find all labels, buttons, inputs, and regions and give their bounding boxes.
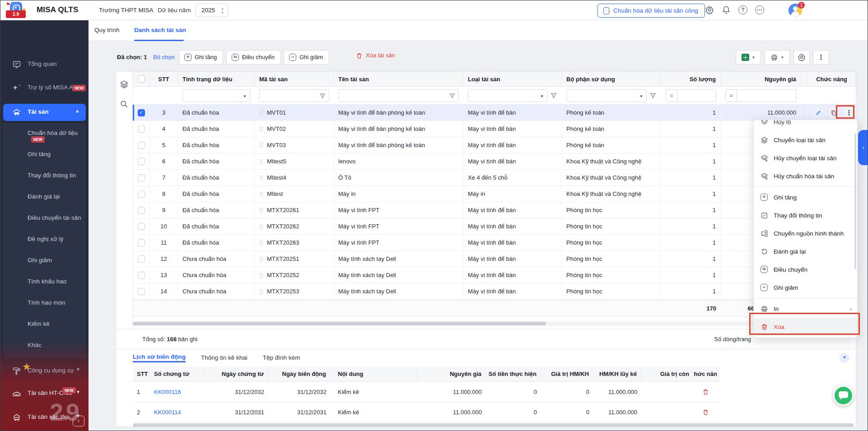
sidebar-subitem[interactable]: Ghi tăng	[3, 144, 86, 166]
table-row[interactable]: 6 Đã chuẩn hóa MItest5 lenovo Máy vi tín…	[133, 153, 856, 170]
row-checkbox[interactable]	[138, 288, 145, 295]
table-row[interactable]: 13 Chưa chuẩn hóa MTXT20252 Máy tính xác…	[133, 267, 856, 283]
filter-status-select[interactable]: ▼	[182, 89, 250, 102]
table-row[interactable]: 3 Đã chuẩn hóa MVT01 Máy vi tính để bàn …	[133, 105, 856, 121]
menu-item-huy-lo[interactable]: Hủy lô	[754, 120, 857, 131]
col-type[interactable]: Loại tài sản	[463, 72, 562, 86]
row-checkbox[interactable]	[138, 223, 145, 230]
drag-handle-icon[interactable]	[259, 159, 263, 164]
menu-item-chuyen-nguon[interactable]: Chuyển nguồn hình thành	[754, 224, 857, 242]
table-row[interactable]: 5 Đã chuẩn hóa MVT03 Máy vi tính để bàn …	[133, 137, 856, 153]
drag-handle-icon[interactable]	[259, 208, 263, 213]
year-stepper-icons[interactable]: ▲▼	[221, 7, 224, 14]
transfer-asset-button[interactable]: ⇆ Điều chuyển	[226, 50, 281, 65]
decrease-asset-button[interactable]: − Ghi giảm	[284, 50, 329, 65]
filter-name-input[interactable]	[338, 89, 459, 102]
col-cost[interactable]: Nguyên giá	[721, 72, 801, 86]
menu-item-huy-chuan-hoa[interactable]: Hủy chuẩn hóa tài sản	[754, 167, 857, 185]
col-dept[interactable]: Bộ phận sử dụng	[562, 72, 661, 86]
scrollbar-thumb[interactable]	[133, 322, 546, 325]
table-row[interactable]: 9 Đã chuẩn hóa MTXT20261 Máy vi tính FPT…	[133, 202, 856, 218]
menu-item-danh-gia-lai[interactable]: Đánh giá lại	[754, 242, 857, 260]
row-checkbox[interactable]	[138, 158, 145, 165]
sidebar-collapse-button[interactable]: ‹	[73, 416, 84, 426]
menu-scrollbar[interactable]	[854, 134, 856, 269]
col-name[interactable]: Tên tài sản	[334, 72, 463, 86]
settings-gear-icon[interactable]	[705, 5, 715, 15]
sidebar-subitem[interactable]: Chuẩn hóa dữ liệuNEW	[3, 123, 86, 144]
sidebar-subitem[interactable]: Tính hao mòn	[3, 293, 86, 314]
sidebar-subitem[interactable]: Đánh giá lại	[3, 187, 86, 208]
funnel-icon[interactable]	[449, 93, 456, 99]
collapse-detail-icon[interactable]: ▼	[840, 353, 849, 363]
support-chat-button[interactable]	[833, 385, 854, 406]
export-excel-button[interactable]: ▼	[736, 50, 761, 65]
table-row[interactable]: 10 Đã chuẩn hóa MTXT20262 Máy vi tính FP…	[133, 218, 856, 235]
sidebar-item-assets[interactable]: Tài sản ▲	[3, 104, 86, 121]
table-row[interactable]: 4 Đã chuẩn hóa MVT02 Máy vi tính để bàn …	[133, 121, 856, 137]
rows-per-page-label[interactable]: Số dòng/trang	[714, 336, 751, 343]
row-checkbox[interactable]	[138, 142, 145, 149]
drag-handle-icon[interactable]	[259, 256, 263, 262]
detail-row[interactable]: 2 KK000114 31/12/2031 31/12/2031 Kiểm kê…	[133, 402, 720, 422]
table-row[interactable]: 7 Đã chuẩn hóa MItest4 Ô Tô Xe 4 đến 5 c…	[133, 170, 856, 186]
right-panel-toggle[interactable]: ‹	[858, 130, 868, 165]
col-status[interactable]: Tình trạng dữ liệu	[178, 72, 255, 86]
filter-qty-input[interactable]	[677, 89, 716, 102]
funnel-icon[interactable]	[649, 92, 657, 99]
col-code[interactable]: Mã tài sản	[255, 72, 334, 86]
more-grid-options-button[interactable]: ⋮	[813, 50, 829, 65]
row-checkbox[interactable]	[138, 207, 145, 214]
filter-cost-input[interactable]	[737, 89, 797, 102]
equals-operator[interactable]: =	[725, 89, 737, 102]
table-row[interactable]: 14 Chưa chuẩn hóa MTXT20253 Máy tính xác…	[133, 283, 856, 300]
menu-item-ghi-giam[interactable]: − Ghi giảm	[754, 278, 857, 297]
select-all-checkbox[interactable]	[138, 75, 145, 83]
horizontal-scrollbar[interactable]	[133, 321, 856, 326]
delete-row-button[interactable]	[694, 382, 717, 402]
drag-handle-icon[interactable]	[259, 240, 263, 246]
row-checkbox[interactable]	[138, 190, 145, 198]
menu-item-chuyen-loai[interactable]: Chuyển loại tài sản	[754, 131, 857, 149]
detail-row[interactable]: 1 KK000116 31/12/2032 31/12/2032 Kiểm kê…	[133, 382, 720, 402]
row-checkbox[interactable]	[138, 125, 145, 133]
deselect-link[interactable]: Bỏ chọn	[153, 54, 175, 60]
row-checkbox[interactable]	[138, 239, 145, 246]
filter-code-input[interactable]	[259, 89, 329, 102]
drag-handle-icon[interactable]	[259, 143, 263, 148]
table-row[interactable]: 8 Đã chuẩn hóa MItest Máy in Máy in Khoa…	[133, 186, 856, 202]
document-link[interactable]: KK000116	[154, 389, 181, 395]
drag-handle-icon[interactable]	[259, 110, 263, 116]
drag-handle-icon[interactable]	[259, 224, 263, 229]
row-checkbox[interactable]	[138, 174, 145, 181]
filter-dept-select[interactable]: ▼	[566, 89, 647, 102]
filter-type-select[interactable]: ▼	[468, 89, 547, 102]
row-checkbox[interactable]	[138, 109, 145, 116]
col-stt[interactable]: STT	[150, 72, 178, 86]
normalize-data-button[interactable]: Chuẩn hóa dữ liệu tài sản công	[597, 4, 705, 18]
organization-name[interactable]: Trường THPT MISA	[99, 7, 153, 14]
funnel-icon[interactable]	[319, 93, 326, 99]
print-button[interactable]: ▼	[765, 50, 790, 65]
layers-icon[interactable]	[120, 80, 129, 89]
equals-operator[interactable]: =	[666, 89, 677, 102]
detail-horizontal-scrollbar[interactable]	[133, 423, 854, 427]
year-select[interactable]: 2025 ▲▼	[196, 4, 228, 17]
menu-item-ghi-tang[interactable]: + Ghi tăng	[754, 188, 857, 206]
table-row[interactable]: 12 Chưa chuẩn hóa MTXT20251 Máy tính xác…	[133, 251, 856, 267]
row-checkbox[interactable]	[138, 272, 145, 279]
menu-item-thay-doi-thong-tin[interactable]: Thay đổi thông tin	[754, 206, 857, 224]
drag-handle-icon[interactable]	[259, 289, 263, 294]
edit-button[interactable]	[812, 107, 824, 119]
delete-row-button[interactable]	[694, 402, 717, 422]
search-icon[interactable]	[120, 100, 129, 109]
tab-tep-dinh-kem[interactable]: Tệp đính kèm	[263, 354, 300, 362]
sidebar-item-tools[interactable]: Công cụ dụng cụ ▼	[0, 362, 89, 380]
help-icon[interactable]: ?	[738, 5, 747, 14]
row-checkbox[interactable]	[138, 255, 145, 263]
col-qty[interactable]: Số lượng	[661, 72, 721, 86]
sidebar-subitem[interactable]: Đề nghị xử lý	[3, 229, 86, 250]
app-logo[interactable]: ⚑ ★ 2.9	[6, 1, 31, 19]
sidebar-item-assistant[interactable]: ✦✧ Trợ lý số MISA AVA NEW	[0, 79, 89, 97]
notifications-bell-icon[interactable]	[722, 5, 732, 15]
